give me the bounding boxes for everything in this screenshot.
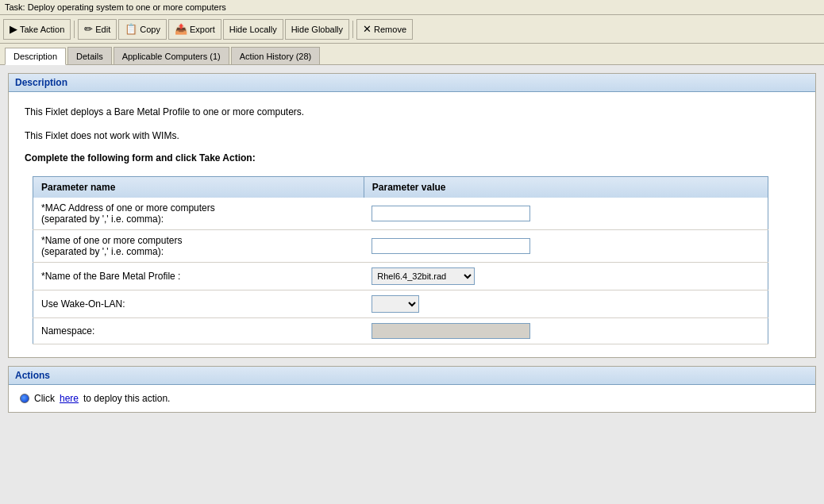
- remove-button[interactable]: ✕ Remove: [356, 19, 413, 40]
- param-name-wol: Use Wake-On-LAN:: [33, 290, 364, 318]
- hide-locally-label: Hide Locally: [229, 25, 277, 34]
- tab-applicable-computers[interactable]: Applicable Computers (1): [114, 47, 229, 64]
- col-header-value: Parameter value: [364, 177, 768, 198]
- tab-description[interactable]: Description: [5, 48, 66, 65]
- tab-action-history-label: Action History (28): [240, 52, 311, 61]
- tab-details[interactable]: Details: [67, 47, 112, 64]
- table-row: *Name of the Bare Metal Profile : Rhel6.…: [33, 263, 768, 290]
- tab-applicable-computers-label: Applicable Computers (1): [122, 52, 221, 61]
- actions-header-text: Actions: [15, 370, 50, 381]
- copy-icon: 📋: [125, 23, 137, 35]
- form-instruction: Complete the following form and click Ta…: [25, 152, 799, 164]
- remove-icon: ✕: [363, 23, 372, 35]
- actions-header: Actions: [9, 367, 815, 385]
- description-header-text: Description: [15, 77, 67, 88]
- action-suffix: to deploy this action.: [83, 393, 170, 404]
- table-row: *Name of one or more computers(separated…: [33, 230, 768, 263]
- remove-label: Remove: [374, 25, 406, 34]
- separator-1: [74, 21, 75, 38]
- edit-label: Edit: [95, 25, 110, 34]
- param-name-computer: *Name of one or more computers(separated…: [33, 230, 364, 263]
- take-action-button[interactable]: ▶ Take Action: [3, 19, 71, 40]
- edit-button[interactable]: ✏ Edit: [78, 19, 117, 40]
- bare-metal-profile-select[interactable]: Rhel6.4_32bit.rad: [372, 267, 475, 285]
- tab-action-history[interactable]: Action History (28): [231, 47, 320, 64]
- tab-details-label: Details: [76, 52, 103, 61]
- table-row: *MAC Address of one or more computers(se…: [33, 198, 768, 230]
- param-value-computer: [364, 230, 768, 263]
- title-bar: Task: Deploy operating system to one or …: [0, 0, 824, 15]
- deploy-here-link[interactable]: here: [60, 393, 79, 404]
- hide-globally-label: Hide Globally: [291, 25, 343, 34]
- radio-button[interactable]: [20, 394, 29, 403]
- tabs-bar: Description Details Applicable Computers…: [0, 44, 824, 65]
- action-text: Click: [34, 393, 55, 404]
- table-row: Use Wake-On-LAN:: [33, 290, 768, 318]
- description-section: Description This Fixlet deploys a Bare M…: [8, 73, 816, 358]
- toolbar: ▶ Take Action ✏ Edit 📋 Copy 📤 Export Hid…: [0, 15, 824, 44]
- computer-name-input[interactable]: [372, 238, 530, 254]
- description-header: Description: [9, 74, 815, 92]
- col-header-name: Parameter name: [33, 177, 364, 198]
- edit-icon: ✏: [84, 23, 93, 35]
- param-value-mac: [364, 198, 768, 230]
- description-body: This Fixlet deploys a Bare Metal Profile…: [9, 92, 815, 357]
- actions-section: Actions Click here to deploy this action…: [8, 366, 816, 413]
- mac-address-input[interactable]: [372, 206, 530, 221]
- hide-locally-button[interactable]: Hide Locally: [223, 19, 283, 40]
- namespace-readonly: [372, 323, 530, 339]
- description-paragraph2: This Fixlet does not work with WIMs.: [25, 129, 799, 143]
- hide-globally-button[interactable]: Hide Globally: [285, 19, 349, 40]
- param-name-profile: *Name of the Bare Metal Profile :: [33, 263, 364, 290]
- param-value-profile: Rhel6.4_32bit.rad: [364, 263, 768, 290]
- copy-label: Copy: [140, 25, 160, 34]
- wake-on-lan-select[interactable]: [372, 295, 419, 313]
- actions-body: Click here to deploy this action.: [9, 385, 815, 412]
- tab-description-label: Description: [13, 52, 57, 61]
- take-action-label: Take Action: [20, 25, 64, 34]
- export-button[interactable]: 📤 Export: [168, 19, 221, 40]
- main-content: Description This Fixlet deploys a Bare M…: [0, 65, 824, 504]
- param-name-mac: *MAC Address of one or more computers(se…: [33, 198, 364, 230]
- export-icon: 📤: [175, 23, 187, 35]
- export-label: Export: [190, 25, 215, 34]
- separator-2: [352, 21, 353, 38]
- param-name-namespace: Namespace:: [33, 318, 364, 344]
- title-text: Task: Deploy operating system to one or …: [5, 2, 226, 12]
- table-row: Namespace:: [33, 318, 768, 344]
- param-value-wol: [364, 290, 768, 318]
- description-paragraph1: This Fixlet deploys a Bare Metal Profile…: [25, 105, 799, 119]
- copy-button[interactable]: 📋 Copy: [118, 19, 167, 40]
- table-header-row: Parameter name Parameter value: [33, 177, 768, 198]
- parameter-table: Parameter name Parameter value *MAC Addr…: [33, 176, 768, 344]
- param-value-namespace: [364, 318, 768, 344]
- take-action-icon: ▶: [10, 23, 17, 35]
